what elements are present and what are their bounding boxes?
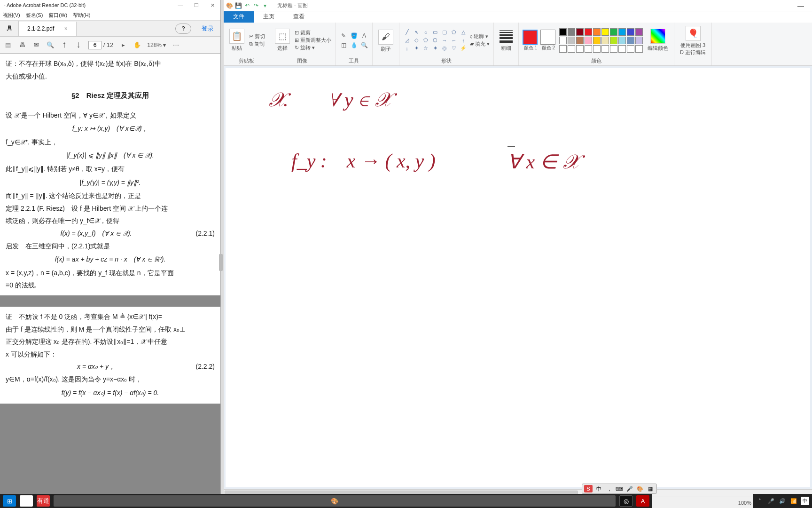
tray-chevron-icon[interactable]: ˄ <box>756 497 764 505</box>
line-shape-icon[interactable]: ╱ <box>403 29 411 36</box>
shape-fill-button[interactable]: ▰ 填充 ▾ <box>470 40 490 48</box>
star5-shape-icon[interactable]: ☆ <box>422 45 429 52</box>
print-icon[interactable]: 🖶 <box>18 41 26 49</box>
taskbar-obs[interactable]: ◎ <box>619 495 632 507</box>
pencil-tool-icon[interactable]: ✎ <box>339 32 348 40</box>
stroke-button[interactable]: 粗细 <box>498 29 515 53</box>
more-icon[interactable]: ⋯ <box>172 41 180 49</box>
ime-softkbd-icon[interactable]: ⌨ <box>615 485 624 492</box>
color-palette[interactable] <box>559 28 643 53</box>
picker-tool-icon[interactable]: 💧 <box>350 41 358 49</box>
shape-outline-button[interactable]: ◊ 轮廓 ▾ <box>470 33 490 40</box>
palette-swatch[interactable] <box>601 45 609 53</box>
oval-shape-icon[interactable]: ○ <box>422 29 429 36</box>
palette-swatch[interactable] <box>610 45 617 53</box>
windows-taskbar[interactable]: ⊞ ◉ 有道 🎨 ◎ A <box>0 494 652 508</box>
palette-swatch[interactable] <box>618 45 626 53</box>
sidepanel-icon[interactable]: ▤ <box>4 41 12 49</box>
menu-sign[interactable]: 签名(S) <box>26 12 43 19</box>
file-tab[interactable]: 2.1-2.2.pdf × <box>19 22 77 36</box>
palette-swatch[interactable] <box>627 45 634 53</box>
palette-swatch[interactable] <box>576 37 584 44</box>
magnifier-tool-icon[interactable]: 🔍 <box>360 41 368 49</box>
hexagon-shape-icon[interactable]: ⬡ <box>431 37 439 44</box>
ime-mode-zh[interactable]: 中 <box>594 485 603 492</box>
paint-app-icon[interactable]: 🎨 <box>226 2 233 9</box>
palette-swatch[interactable] <box>635 45 643 53</box>
palette-swatch[interactable] <box>610 37 617 44</box>
palette-swatch[interactable] <box>601 28 609 36</box>
document-viewport[interactable]: 证：不存在开球 B(x₀,δ)，使得 f(x₀)是 f(x)在 B(x₀,δ)中… <box>0 54 220 508</box>
triangle-shape-icon[interactable]: △ <box>460 29 467 36</box>
palette-swatch[interactable] <box>559 37 567 44</box>
text-tool-icon[interactable]: A <box>360 32 368 40</box>
minimize-button[interactable]: — <box>172 2 188 8</box>
palette-swatch[interactable] <box>593 37 601 44</box>
palette-swatch[interactable] <box>559 28 567 36</box>
splitter-grip[interactable] <box>219 254 223 271</box>
star4-shape-icon[interactable]: ✦ <box>413 45 420 52</box>
palette-swatch[interactable] <box>585 28 592 36</box>
polygon-shape-icon[interactable]: ⬠ <box>450 29 458 36</box>
palette-swatch[interactable] <box>627 28 634 36</box>
minimize-button[interactable]: — <box>791 2 810 9</box>
palette-swatch[interactable] <box>576 45 584 53</box>
close-button[interactable]: ✕ <box>204 2 220 8</box>
color1-button[interactable]: 颜色 1 <box>523 30 539 51</box>
arrow-u-shape-icon[interactable]: ↑ <box>460 37 467 44</box>
taskbar-chrome[interactable]: ◉ <box>20 495 33 507</box>
zoom-icon[interactable]: 🔍 <box>46 41 55 49</box>
shapes-gallery[interactable]: ╱∿○▭▢⬠△ ◿◇⬠⬡→←↑ ↓✦☆✶◎♡⚡ <box>403 29 467 52</box>
cut-button[interactable]: ✂ 剪切 <box>249 33 265 40</box>
select-button[interactable]: ⬚ 选择 <box>273 28 292 53</box>
palette-swatch[interactable] <box>627 37 634 44</box>
rect-shape-icon[interactable]: ▭ <box>431 29 439 36</box>
palette-swatch[interactable] <box>593 45 601 53</box>
palette-swatch[interactable] <box>576 28 584 36</box>
ime-language-bar[interactable]: S 中 ， ⌨ 🎤 🎨 ▦ <box>582 484 657 494</box>
page-up-icon[interactable]: ⭡ <box>60 41 69 49</box>
redo-icon[interactable]: ↷ <box>252 2 260 9</box>
palette-swatch[interactable] <box>610 28 617 36</box>
taskbar-acrobat[interactable]: A <box>636 495 649 507</box>
lightning-shape-icon[interactable]: ⚡ <box>460 45 467 52</box>
fill-tool-icon[interactable]: 🪣 <box>350 32 358 40</box>
tools-tab[interactable]: 具 <box>0 21 19 36</box>
roundrect-shape-icon[interactable]: ▢ <box>441 29 448 36</box>
mail-icon[interactable]: ✉ <box>32 41 40 49</box>
ime-punct-icon[interactable]: ， <box>605 485 613 492</box>
palette-swatch[interactable] <box>635 28 643 36</box>
canvas-sheet[interactable]: 𝒳. ∀ y ∈ 𝒳 f_y : x → ( x, y ) ∀ x ∈ 𝒳 <box>226 68 810 487</box>
palette-swatch[interactable] <box>618 28 626 36</box>
pentagon-shape-icon[interactable]: ⬠ <box>422 37 429 44</box>
tray-mic-icon[interactable]: 🎤 <box>767 497 775 505</box>
tab-file[interactable]: 文件 <box>224 11 254 23</box>
save-icon[interactable]: 💾 <box>234 2 242 9</box>
palette-swatch[interactable] <box>568 28 575 36</box>
callout-shape-icon[interactable]: ◎ <box>441 45 448 52</box>
paint3d-button[interactable]: 🎈 使用画图 3 D 进行编辑 <box>678 25 708 57</box>
crop-button[interactable]: ⊡ 裁剪 <box>295 29 331 36</box>
rotate-button[interactable]: ↻ 旋转 ▾ <box>295 44 331 51</box>
palette-swatch[interactable] <box>568 37 575 44</box>
diamond-shape-icon[interactable]: ◇ <box>413 37 420 44</box>
palette-swatch[interactable] <box>585 45 592 53</box>
page-input[interactable] <box>88 41 102 49</box>
palette-swatch[interactable] <box>635 37 643 44</box>
zoom-level[interactable]: 128% ▾ <box>147 42 166 48</box>
palette-swatch[interactable] <box>601 37 609 44</box>
select-tool-icon[interactable]: ▸ <box>119 41 127 49</box>
system-tray[interactable]: ˄ 🎤 🔊 📶 中 <box>753 494 812 508</box>
curve-shape-icon[interactable]: ∿ <box>413 29 420 36</box>
ime-menu-icon[interactable]: ▦ <box>646 485 655 492</box>
undo-icon[interactable]: ↶ <box>243 2 251 9</box>
eraser-tool-icon[interactable]: ◫ <box>339 41 348 49</box>
tab-home[interactable]: 主页 <box>254 11 284 23</box>
arrow-l-shape-icon[interactable]: ← <box>450 37 458 44</box>
palette-swatch[interactable] <box>568 45 575 53</box>
qat-dropdown-icon[interactable]: ▾ <box>261 2 269 9</box>
palette-swatch[interactable] <box>593 28 601 36</box>
sogou-ime-icon[interactable]: S <box>584 485 593 492</box>
resize-button[interactable]: ⊞ 重新调整大小 <box>295 37 331 44</box>
tray-volume-icon[interactable]: 🔊 <box>778 497 787 505</box>
